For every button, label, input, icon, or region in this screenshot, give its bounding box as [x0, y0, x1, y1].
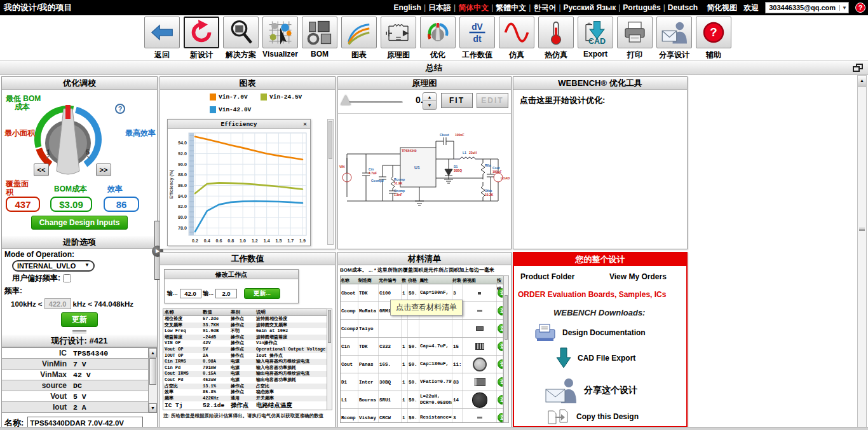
close-icon[interactable]: ✕ — [303, 120, 307, 129]
toolbar-button-help[interactable]: ? — [696, 17, 731, 48]
language-link-zh-tw[interactable]: 繁體中文 — [496, 3, 526, 13]
legend-item-1[interactable]: Vin-24.5V — [261, 94, 302, 101]
schematic-drawing[interactable]: TPS54340 U1 VIN Cin 4.7uF Ccomp2 Rcomp 5… — [338, 114, 511, 246]
ov-row-频率[interactable]: 频率422KHz通用开关频率 — [163, 396, 327, 402]
select-alternate-button[interactable]: 选择替... — [498, 395, 503, 405]
change-design-inputs-button[interactable]: Change Design Inputs — [31, 216, 128, 230]
language-link-de[interactable]: Deutsch — [668, 3, 698, 12]
language-link-pt[interactable]: Português — [623, 3, 660, 12]
language-link-zh-cn[interactable]: 简体中文 — [458, 3, 489, 13]
dial-next-button[interactable]: >> — [96, 163, 111, 176]
ov-row-增益裕度[interactable]: 增益裕度-24dB操作点波特图增益裕度 — [163, 335, 327, 341]
zoom-slider-track[interactable] — [344, 101, 403, 103]
ov-row-Cout Pd[interactable]: Cout Pd452uW电源输出电容器功率损耗 — [163, 377, 327, 384]
bom-price — [408, 320, 419, 337]
update-button[interactable]: 更新 — [61, 312, 98, 327]
toolbar-button-schematic[interactable] — [381, 17, 416, 48]
ov-row-IOUT OP[interactable]: IOUT OP2A操作点Iout 操作点 — [163, 353, 327, 359]
toolbar-button-sim[interactable] — [499, 17, 534, 48]
simplified-view-link[interactable]: 简化视图 — [707, 3, 737, 13]
ov-row-Low Freq[interactable]: Low Freq91.0dB不明Gain at 10Hz — [163, 328, 327, 335]
toolbar-button-solutions[interactable] — [223, 17, 259, 48]
ov-desc: 电路结点温度 — [256, 401, 327, 410]
operating-values-scrollbar[interactable] — [327, 309, 332, 410]
scrollbar-grip[interactable] — [859, 227, 865, 232]
share-design-link[interactable]: 分享这个设计 — [545, 378, 637, 403]
scroll-down-icon[interactable]: ▼ — [149, 403, 157, 413]
select-alternate-button[interactable]: 选择替... — [498, 288, 503, 298]
language-link-ko[interactable]: 한국어 — [533, 3, 556, 13]
toolbar-button-thermal[interactable] — [538, 17, 574, 48]
ov-row-VIN OP[interactable]: VIN OP42V操作点Vin操作点 — [163, 340, 327, 347]
frequency-input[interactable] — [44, 298, 71, 309]
scroll-up-icon[interactable]: ▲ — [858, 76, 866, 87]
iout-op-input[interactable] — [215, 289, 237, 298]
toolbar-button-visualizer[interactable] — [262, 17, 298, 48]
efficiency-chart[interactable]: 0.20.40.60.81.01.21.41.51.71.978.080.082… — [168, 129, 310, 245]
toolbar-button-export[interactable]: CAD — [578, 17, 613, 48]
tab-summary[interactable]: 总结 — [426, 62, 442, 74]
toolbar-button-new[interactable] — [184, 17, 219, 48]
spinner-down-icon[interactable]: ▼ — [423, 101, 436, 109]
select-alternate-button[interactable]: 选择替... — [498, 324, 503, 333]
toolbar-button-back[interactable] — [144, 17, 180, 48]
ov-name: Cout Pd — [165, 377, 203, 384]
mode-of-operation-select[interactable]: INTERNAL_UVLO ▼ — [12, 260, 95, 272]
scrollbar-thumb[interactable] — [149, 358, 156, 385]
toolbar-button-share[interactable] — [656, 17, 692, 48]
language-link-ru[interactable]: Русский Язык — [564, 3, 616, 12]
select-alternate-button[interactable]: 选择替... — [498, 342, 503, 351]
scrollbar-thumb[interactable] — [505, 295, 508, 340]
cad-file-export-link[interactable]: CAD File Export — [556, 347, 635, 369]
select-alternate-button[interactable]: 选择替... — [498, 359, 503, 369]
view-my-orders-link[interactable]: View My Orders — [609, 272, 667, 281]
preferred-frequency-checkbox[interactable] — [63, 274, 71, 282]
restore-window-icon[interactable] — [853, 64, 863, 72]
toolbar-label-help: 辅助 — [694, 50, 733, 60]
scrollbar-thumb[interactable] — [329, 121, 332, 159]
product-folder-link[interactable]: Product Folder — [520, 272, 574, 281]
ov-row-效率[interactable]: 效率85.8%操作点稳态效率 — [163, 389, 327, 396]
optimizer-tool-body[interactable]: 点击这里开始设计优化: — [513, 90, 687, 111]
select-alternate-button[interactable]: 选择替... — [498, 377, 503, 387]
bom-scrollbar[interactable] — [503, 275, 509, 423]
copy-design-link[interactable]: Copy this Design — [547, 408, 639, 425]
vin-op-input[interactable] — [180, 289, 201, 298]
page-scrollbar[interactable]: ▲ — [857, 75, 867, 427]
ov-row-Cin IRMS[interactable]: Cin IRMS0.98A电源输入电容器均方根纹波电流 — [163, 359, 327, 365]
design-table-scrollbar[interactable]: ▲ ▼ — [148, 348, 157, 413]
ov-row-Vout OP[interactable]: Vout OP5V操作点Operational Output Voltage — [163, 347, 327, 353]
horizontal-resize-grip[interactable] — [2, 329, 157, 335]
order-eval-boards-link[interactable]: ORDER Evaluation Boards, Samples, ICs — [518, 290, 666, 299]
help-icon[interactable]: ? — [855, 3, 865, 13]
ov-row-Cin Pd[interactable]: Cin Pd791mW电源输入电容器功率损耗 — [163, 365, 327, 371]
legend-item-0[interactable]: Vin-7.0V — [210, 94, 248, 101]
toolbar-button-bom[interactable] — [302, 17, 337, 48]
design-documentation-link[interactable]: Design Documentation — [534, 323, 646, 342]
zoom-slider-thumb[interactable] — [341, 95, 351, 105]
ov-row-IC Tj[interactable]: IC Tj52.1de操作点电路结点温度 — [163, 401, 327, 410]
ov-row-占空比[interactable]: 占空比13.1%操作点占空比 — [163, 384, 327, 390]
recalculate-button[interactable]: 更新... — [244, 288, 280, 299]
select-alternate-button[interactable]: 选择替... — [498, 413, 503, 422]
fit-button[interactable]: FIT — [441, 93, 473, 108]
select-alternate-button[interactable]: 选择替... — [498, 306, 503, 316]
account-selector[interactable]: 303446335@qq.com ▼ — [765, 2, 849, 13]
scroll-up-icon[interactable]: ▲ — [149, 348, 157, 357]
toolbar-button-dvdt[interactable]: dVdt — [459, 17, 495, 48]
language-link-en[interactable]: English — [394, 3, 421, 12]
ov-row-相位裕度[interactable]: 相位裕度57.2de操作点波特图相位裕度 — [163, 316, 327, 322]
chevron-down-icon[interactable]: ▼ — [839, 5, 847, 11]
scrollbar-thumb[interactable] — [328, 310, 331, 343]
spinner-up-icon[interactable]: ▲ — [423, 93, 436, 101]
dial-help-icon[interactable]: ? — [115, 104, 125, 114]
ov-row-Cout IRMS[interactable]: Cout IRMS0.15A电源输出电容器均方根纹波电流 — [163, 371, 327, 377]
toolbar-button-print[interactable] — [617, 17, 653, 48]
language-link-ja[interactable]: 日本語 — [428, 3, 451, 13]
toolbar-button-optimize[interactable] — [420, 17, 456, 48]
charts-scrollbar[interactable] — [327, 119, 334, 245]
dial-prev-button[interactable]: << — [34, 163, 49, 176]
legend-item-2[interactable]: Vin-42.0V — [210, 106, 251, 113]
toolbar-button-charts[interactable] — [341, 17, 377, 48]
ov-row-交叉频率[interactable]: 交叉频率33.7KH操作点波特图交叉频率 — [163, 322, 327, 329]
